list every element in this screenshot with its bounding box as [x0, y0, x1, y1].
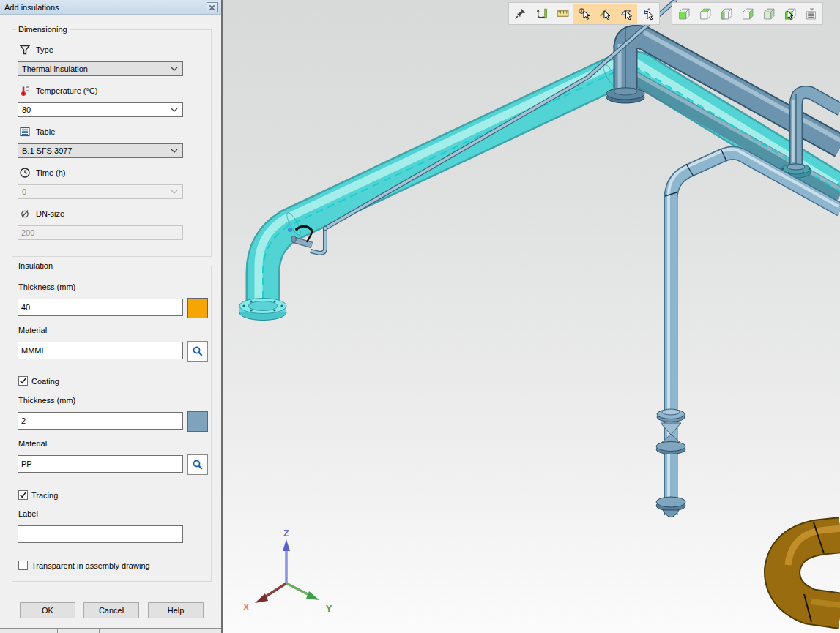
search-icon: [192, 345, 204, 357]
x-axis-label: X: [243, 602, 250, 613]
label-field-label: Label: [18, 509, 38, 520]
type-row: Type: [19, 44, 53, 56]
coating-material-label: Material: [18, 439, 47, 449]
close-button[interactable]: [207, 2, 218, 12]
ok-button[interactable]: OK: [20, 602, 75, 618]
strip-separator: [57, 629, 58, 633]
measure-icon[interactable]: [531, 4, 552, 24]
temperature-row: Temperature (°C): [19, 85, 97, 97]
table-label: Table: [36, 127, 55, 136]
time-label: Time (h): [36, 168, 66, 177]
application-window: Add insulations Dimensioning Type Therma…: [0, 0, 840, 633]
table-icon: [19, 126, 31, 138]
view-right-icon[interactable]: [737, 4, 758, 24]
clock-icon: [19, 167, 31, 179]
temperature-select[interactable]: 80: [18, 102, 183, 117]
chevron-down-icon: [171, 108, 178, 112]
snap-toolbar: E: [508, 2, 660, 25]
transparent-row: Transparent in assembly drawing: [18, 560, 150, 571]
tracing-row: Tracing: [18, 490, 58, 501]
insulation-thickness-label: Thickness (mm): [18, 282, 75, 293]
axes-triad: Z X Y: [243, 528, 332, 614]
light-pipe[interactable]: [656, 149, 840, 517]
time-row: Time (h): [19, 167, 66, 179]
coating-color-swatch[interactable]: [187, 411, 208, 432]
view-toolbar: [672, 2, 823, 25]
pick-view-icon[interactable]: [779, 4, 800, 24]
tracing-checkbox[interactable]: [18, 490, 28, 500]
insulation-material-search-button[interactable]: [187, 341, 208, 362]
dn-size-label: DN-size: [36, 209, 64, 218]
snap-face-icon[interactable]: [616, 4, 637, 24]
dialog-title: Add insulations: [4, 3, 59, 12]
check-icon: [19, 377, 27, 385]
insulation-material-input[interactable]: [18, 342, 183, 359]
chevron-down-icon: [171, 149, 178, 153]
ruler-icon[interactable]: [552, 4, 573, 24]
3d-scene: Z X Y: [223, 0, 840, 633]
dn-size-row: DN-size: [19, 208, 64, 220]
viewport-3d[interactable]: Z X Y E: [223, 0, 840, 633]
view-iso-icon[interactable]: [758, 4, 779, 24]
type-select[interactable]: Thermal insulation: [18, 61, 183, 76]
tracing-label: Tracing: [31, 491, 58, 500]
coating-material-input[interactable]: [18, 455, 183, 473]
type-label: Type: [36, 45, 53, 54]
y-axis-label: Y: [326, 603, 332, 614]
time-select: 0: [18, 184, 183, 199]
view-top-icon[interactable]: [694, 4, 716, 24]
snap-edge-icon[interactable]: E: [637, 4, 658, 24]
label-input[interactable]: [18, 525, 183, 543]
temperature-label: Temperature (°C): [36, 86, 97, 95]
snap-point-icon[interactable]: [573, 4, 595, 24]
view-left-icon[interactable]: [716, 4, 737, 24]
view-list-icon[interactable]: [800, 4, 822, 24]
pipe-flange[interactable]: [239, 299, 286, 321]
snap-line-icon[interactable]: [595, 4, 616, 24]
transparent-checkbox[interactable]: [18, 561, 28, 570]
close-icon: [209, 4, 215, 11]
help-button[interactable]: Help: [148, 602, 204, 618]
chevron-down-icon: [171, 190, 178, 194]
dialog-titlebar[interactable]: Add insulations: [0, 0, 221, 15]
orange-pipe[interactable]: [782, 522, 840, 622]
insulation-legend: Insulation: [16, 261, 55, 270]
dimensioning-legend: Dimensioning: [16, 25, 70, 34]
coating-label: Coating: [31, 377, 59, 386]
dimensioning-group: Dimensioning: [12, 25, 212, 257]
status-strip: [0, 628, 221, 633]
filter-icon: [19, 44, 31, 56]
chevron-down-icon: [171, 67, 178, 71]
transparent-label: Transparent in assembly drawing: [31, 561, 150, 570]
pin-icon[interactable]: [510, 4, 531, 24]
strip-separator: [99, 629, 100, 633]
check-icon: [19, 491, 27, 499]
table-select[interactable]: B.1 SFS 3977: [18, 143, 183, 158]
insulation-material-label: Material: [18, 326, 47, 336]
add-insulations-dialog: Add insulations Dimensioning Type Therma…: [0, 0, 221, 633]
z-axis-label: Z: [283, 528, 289, 539]
thermometer-icon: [19, 85, 31, 97]
coating-row: Coating: [18, 375, 59, 386]
diameter-icon: [19, 208, 31, 220]
coating-thickness-label: Thickness (mm): [18, 396, 75, 406]
coating-thickness-input[interactable]: [18, 412, 183, 430]
insulation-thickness-input[interactable]: [18, 299, 183, 316]
coating-checkbox[interactable]: [18, 376, 28, 386]
view-front-icon[interactable]: [673, 4, 694, 24]
table-row: Table: [19, 126, 55, 138]
search-icon: [192, 459, 204, 471]
active-snap-group: [573, 4, 637, 24]
insulation-color-swatch[interactable]: [187, 298, 208, 318]
coating-material-search-button[interactable]: [187, 454, 208, 475]
dn-size-input: [18, 225, 183, 240]
cancel-button[interactable]: Cancel: [83, 602, 139, 618]
